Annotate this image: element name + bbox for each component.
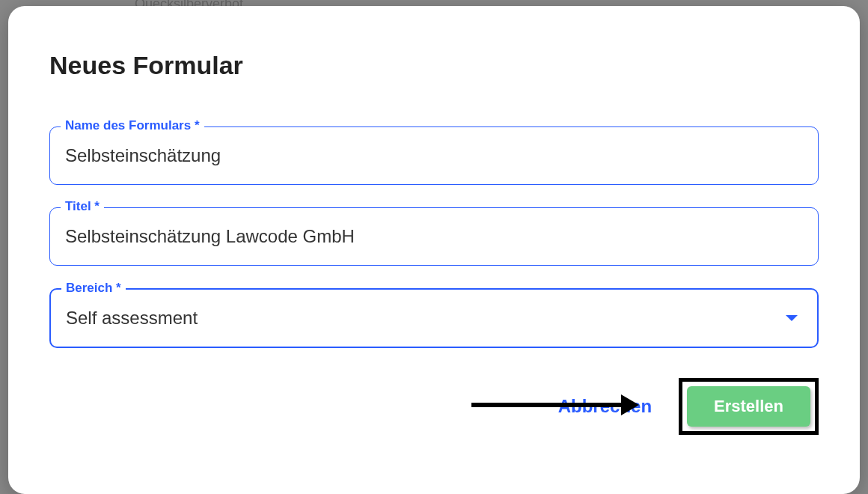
form-area-label: Bereich * xyxy=(61,281,126,296)
chevron-down-icon xyxy=(786,315,798,321)
form-title-label: Titel * xyxy=(61,199,104,214)
form-name-label: Name des Formulars * xyxy=(61,118,204,133)
form-name-field[interactable]: Name des Formulars * xyxy=(49,126,819,185)
form-area-field[interactable]: Bereich * Self assessment xyxy=(49,288,819,348)
dialog-title: Neues Formular xyxy=(49,51,819,80)
dialog-actions: Abbrechen Erstellen xyxy=(49,378,819,435)
create-button-highlight: Erstellen xyxy=(679,378,819,435)
new-form-dialog: Neues Formular Name des Formulars * Tite… xyxy=(8,6,860,494)
form-title-input[interactable] xyxy=(65,226,803,247)
form-area-select[interactable]: Self assessment xyxy=(66,308,802,329)
form-title-field[interactable]: Titel * xyxy=(49,207,819,266)
cancel-button[interactable]: Abbrechen xyxy=(546,388,664,424)
form-area-value: Self assessment xyxy=(66,308,198,329)
form-name-input[interactable] xyxy=(65,145,803,166)
create-button[interactable]: Erstellen xyxy=(687,386,810,427)
